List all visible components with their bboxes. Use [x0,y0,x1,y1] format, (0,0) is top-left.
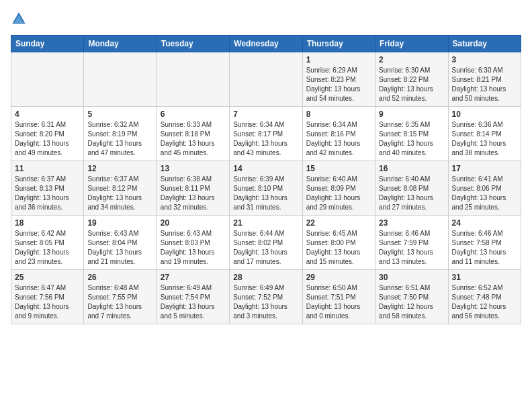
calendar-cell: 17Sunrise: 6:41 AM Sunset: 8:06 PM Dayli… [448,161,521,216]
day-number: 27 [161,273,226,282]
day-number: 26 [87,273,152,282]
day-detail: Sunrise: 6:46 AM Sunset: 7:59 PM Dayligh… [379,229,444,267]
calendar-cell: 30Sunrise: 6:51 AM Sunset: 7:50 PM Dayli… [375,270,448,324]
calendar-day-header: Saturday [448,36,521,52]
day-number: 15 [306,164,371,173]
calendar-week-row: 4Sunrise: 6:31 AM Sunset: 8:20 PM Daylig… [11,107,521,161]
calendar-cell [84,52,157,107]
day-detail: Sunrise: 6:31 AM Sunset: 8:20 PM Dayligh… [15,120,80,158]
calendar-cell: 18Sunrise: 6:42 AM Sunset: 8:05 PM Dayli… [11,216,84,270]
calendar-cell: 3Sunrise: 6:30 AM Sunset: 8:21 PM Daylig… [448,52,521,107]
day-detail: Sunrise: 6:40 AM Sunset: 8:09 PM Dayligh… [306,175,371,212]
calendar-header-row: SundayMondayTuesdayWednesdayThursdayFrid… [11,36,521,52]
day-detail: Sunrise: 6:37 AM Sunset: 8:13 PM Dayligh… [15,175,80,212]
calendar-cell: 24Sunrise: 6:46 AM Sunset: 7:58 PM Dayli… [448,216,521,270]
calendar-cell: 20Sunrise: 6:43 AM Sunset: 8:03 PM Dayli… [157,216,229,270]
calendar-day-header: Friday [375,36,448,52]
calendar-cell: 16Sunrise: 6:40 AM Sunset: 8:08 PM Dayli… [375,161,448,216]
day-detail: Sunrise: 6:50 AM Sunset: 7:51 PM Dayligh… [306,283,371,321]
day-detail: Sunrise: 6:36 AM Sunset: 8:14 PM Dayligh… [452,120,517,158]
calendar-cell: 22Sunrise: 6:45 AM Sunset: 8:00 PM Dayli… [302,216,375,270]
calendar-day-header: Monday [84,36,157,52]
day-number: 8 [306,109,371,119]
calendar-cell: 28Sunrise: 6:49 AM Sunset: 7:52 PM Dayli… [230,270,302,324]
day-detail: Sunrise: 6:33 AM Sunset: 8:18 PM Dayligh… [161,120,226,158]
day-number: 23 [379,218,444,228]
day-number: 5 [87,109,152,119]
calendar-cell: 25Sunrise: 6:47 AM Sunset: 7:56 PM Dayli… [11,270,84,324]
day-number: 6 [161,109,226,119]
day-detail: Sunrise: 6:30 AM Sunset: 8:21 PM Dayligh… [452,66,517,103]
calendar-day-header: Sunday [11,36,84,52]
day-detail: Sunrise: 6:37 AM Sunset: 8:12 PM Dayligh… [87,175,152,212]
day-detail: Sunrise: 6:35 AM Sunset: 8:15 PM Dayligh… [379,120,444,158]
day-number: 29 [306,273,371,282]
day-number: 14 [233,164,298,173]
day-detail: Sunrise: 6:47 AM Sunset: 7:56 PM Dayligh… [15,283,80,321]
calendar-cell: 27Sunrise: 6:49 AM Sunset: 7:54 PM Dayli… [157,270,229,324]
calendar-week-row: 11Sunrise: 6:37 AM Sunset: 8:13 PM Dayli… [11,161,521,216]
day-detail: Sunrise: 6:34 AM Sunset: 8:16 PM Dayligh… [306,120,371,158]
day-detail: Sunrise: 6:40 AM Sunset: 8:08 PM Dayligh… [379,175,444,212]
day-number: 25 [15,273,80,282]
day-number: 19 [87,218,152,228]
calendar-table: SundayMondayTuesdayWednesdayThursdayFrid… [11,35,521,324]
calendar-cell: 13Sunrise: 6:38 AM Sunset: 8:11 PM Dayli… [157,161,229,216]
page-header [11,11,521,27]
day-detail: Sunrise: 6:49 AM Sunset: 7:52 PM Dayligh… [233,283,298,321]
calendar-cell: 9Sunrise: 6:35 AM Sunset: 8:15 PM Daylig… [375,107,448,161]
day-detail: Sunrise: 6:44 AM Sunset: 8:02 PM Dayligh… [233,229,298,267]
day-detail: Sunrise: 6:49 AM Sunset: 7:54 PM Dayligh… [161,283,226,321]
day-number: 11 [15,164,80,173]
calendar-cell: 11Sunrise: 6:37 AM Sunset: 8:13 PM Dayli… [11,161,84,216]
day-detail: Sunrise: 6:51 AM Sunset: 7:50 PM Dayligh… [379,283,444,321]
day-detail: Sunrise: 6:30 AM Sunset: 8:22 PM Dayligh… [379,66,444,103]
day-number: 7 [233,109,298,119]
calendar-cell: 31Sunrise: 6:52 AM Sunset: 7:48 PM Dayli… [448,270,521,324]
calendar-day-header: Wednesday [230,36,302,52]
day-number: 30 [379,273,444,282]
day-detail: Sunrise: 6:29 AM Sunset: 8:23 PM Dayligh… [306,66,371,103]
day-detail: Sunrise: 6:34 AM Sunset: 8:17 PM Dayligh… [233,120,298,158]
day-number: 9 [379,109,444,119]
day-number: 1 [306,55,371,64]
day-detail: Sunrise: 6:45 AM Sunset: 8:00 PM Dayligh… [306,229,371,267]
day-detail: Sunrise: 6:43 AM Sunset: 8:04 PM Dayligh… [87,229,152,267]
day-number: 22 [306,218,371,228]
day-number: 16 [379,164,444,173]
calendar-week-row: 18Sunrise: 6:42 AM Sunset: 8:05 PM Dayli… [11,216,521,270]
calendar-cell: 8Sunrise: 6:34 AM Sunset: 8:16 PM Daylig… [302,107,375,161]
calendar-cell: 21Sunrise: 6:44 AM Sunset: 8:02 PM Dayli… [230,216,302,270]
calendar-cell: 10Sunrise: 6:36 AM Sunset: 8:14 PM Dayli… [448,107,521,161]
day-detail: Sunrise: 6:43 AM Sunset: 8:03 PM Dayligh… [161,229,226,267]
day-detail: Sunrise: 6:42 AM Sunset: 8:05 PM Dayligh… [15,229,80,267]
day-number: 17 [452,164,517,173]
day-detail: Sunrise: 6:48 AM Sunset: 7:55 PM Dayligh… [87,283,152,321]
day-number: 21 [233,218,298,228]
day-detail: Sunrise: 6:46 AM Sunset: 7:58 PM Dayligh… [452,229,517,267]
day-number: 3 [452,55,517,64]
day-detail: Sunrise: 6:52 AM Sunset: 7:48 PM Dayligh… [452,283,517,321]
calendar-cell [157,52,229,107]
calendar-day-header: Thursday [302,36,375,52]
calendar-cell [11,52,84,107]
calendar-cell: 19Sunrise: 6:43 AM Sunset: 8:04 PM Dayli… [84,216,157,270]
day-number: 13 [161,164,226,173]
calendar-cell: 7Sunrise: 6:34 AM Sunset: 8:17 PM Daylig… [230,107,302,161]
day-detail: Sunrise: 6:38 AM Sunset: 8:11 PM Dayligh… [161,175,226,212]
calendar-cell: 2Sunrise: 6:30 AM Sunset: 8:22 PM Daylig… [375,52,448,107]
calendar-week-row: 1Sunrise: 6:29 AM Sunset: 8:23 PM Daylig… [11,52,521,107]
day-number: 28 [233,273,298,282]
day-number: 24 [452,218,517,228]
calendar-cell: 23Sunrise: 6:46 AM Sunset: 7:59 PM Dayli… [375,216,448,270]
calendar-cell: 12Sunrise: 6:37 AM Sunset: 8:12 PM Dayli… [84,161,157,216]
day-number: 18 [15,218,80,228]
calendar-cell: 14Sunrise: 6:39 AM Sunset: 8:10 PM Dayli… [230,161,302,216]
calendar-cell [230,52,302,107]
day-detail: Sunrise: 6:41 AM Sunset: 8:06 PM Dayligh… [452,175,517,212]
day-number: 2 [379,55,444,64]
day-number: 12 [87,164,152,173]
calendar-cell: 29Sunrise: 6:50 AM Sunset: 7:51 PM Dayli… [302,270,375,324]
calendar-cell: 15Sunrise: 6:40 AM Sunset: 8:09 PM Dayli… [302,161,375,216]
day-number: 4 [15,109,80,119]
